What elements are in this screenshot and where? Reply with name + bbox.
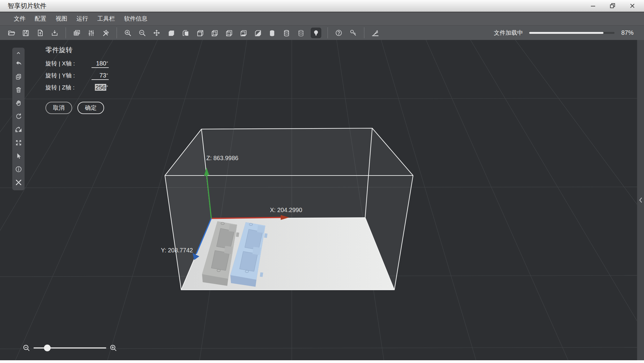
move-icon[interactable] [152,28,161,37]
expand-arrows-icon [15,139,22,147]
duplicate-icon [15,73,22,81]
pan-button[interactable] [12,97,25,110]
menu-view[interactable]: 视图 [51,12,72,25]
adjust-settings-icon[interactable] [87,28,96,37]
undo-icon [15,60,22,67]
viewport: Z: 863.9986 X: 204.2990 Y: 208.7742 [0,40,644,360]
rotate-view-button[interactable] [12,110,25,123]
minimize-button[interactable] [587,1,599,10]
rotate-ccw-icon [15,112,22,120]
duplicate-button[interactable] [12,70,25,83]
rotate-x-input[interactable]: 180° [92,60,109,68]
progress-bar [529,32,615,34]
rotate-x-row: 旋转 | X轴 : 180° [45,60,109,72]
window-title: 智享切片软件 [8,2,46,10]
window-controls [587,1,638,10]
toggle-light-icon[interactable] [311,28,321,38]
view-floor-icon[interactable] [239,28,248,37]
rotate-x-label: 旋转 | X轴 : [45,60,75,68]
titlebar: 智享切片软件 [0,0,644,12]
axis-y-label: Y: 208.7742 [161,247,193,254]
progress-fill [529,32,603,34]
hand-icon [15,99,22,107]
loading-label: 文件加载中 [494,29,523,37]
toolbar-separator [65,28,66,38]
loading-status: 文件加载中 87% [494,29,634,37]
rotation-panel: 零件旋转 旋转 | X轴 : 180° 旋转 | Y轴 : 73° 旋转 | Z… [45,45,109,114]
zoom-in-small-icon[interactable] [109,344,118,352]
undo-button[interactable] [12,57,25,70]
rotate-z-label: 旋转 | Z轴 : [45,84,75,92]
progress-percent: 87% [621,29,634,36]
zoom-in-icon[interactable] [123,28,132,37]
help-icon[interactable] [334,28,343,37]
restore-button[interactable] [607,1,619,10]
fit-view-button[interactable] [12,136,25,149]
info-button[interactable] [12,163,25,176]
cylinder-points-icon[interactable] [296,28,306,37]
open-file-icon[interactable] [7,28,16,37]
sidebar [12,48,25,190]
expand-right-panel-button[interactable] [638,197,643,203]
rotate-z-row: 旋转 | Z轴 : 256° [45,84,109,96]
toolbar-separator [327,28,328,38]
close-button[interactable] [626,1,638,10]
repair-button[interactable] [12,176,25,189]
chevron-up-icon [15,49,22,57]
export-model-icon[interactable] [36,28,45,37]
zoom-out-icon[interactable] [138,28,147,37]
zoom-out-small-icon[interactable] [22,344,31,352]
cylinder-solid-icon[interactable] [267,28,277,37]
license-key-icon[interactable] [349,28,358,37]
view-wireframe-icon[interactable] [195,28,205,37]
collapse-sidebar-button[interactable] [12,49,25,57]
tools-icon[interactable] [101,28,110,37]
view-page-icon[interactable] [181,28,190,37]
rotation-panel-title: 零件旋转 [45,45,109,55]
zoom-slider[interactable] [33,347,106,349]
menu-run[interactable]: 运行 [72,12,93,25]
menu-toolbar[interactable]: 工具栏 [93,12,119,25]
trash-icon [15,86,22,94]
cursor-icon [15,152,22,160]
zoom-control [22,344,118,352]
rotation-panel-buttons: 取消 确定 [45,102,109,114]
zoom-slider-handle[interactable] [44,345,51,351]
view-solid-icon[interactable] [166,28,176,37]
delete-button[interactable] [12,83,25,97]
minimize-icon [590,3,596,9]
toolbar: 文件加载中 87% [0,25,644,40]
annotate-icon[interactable] [371,28,380,37]
save-icon[interactable] [21,28,30,37]
import-model-icon[interactable] [50,28,59,37]
mirror-button[interactable] [12,123,25,136]
rotate-y-label: 旋转 | Y轴 : [45,72,75,80]
close-icon [629,3,635,9]
rotate-z-input[interactable]: 256° [92,84,109,92]
right-panel-strip [637,40,644,360]
toolbar-separator [364,28,365,38]
copy-plate-icon[interactable] [72,28,81,37]
bottom-strip [0,360,644,363]
info-icon [15,165,22,173]
restore-icon [610,3,616,9]
axis-x-label: X: 204.2990 [270,207,302,213]
view-dashed-icon[interactable] [210,28,219,37]
mirror-flip-icon [15,126,22,133]
menu-about[interactable]: 软件信息 [119,12,152,25]
toolbar-separator [116,28,117,38]
menubar: 文件 配置 视图 运行 工具栏 软件信息 [0,12,644,25]
confirm-button[interactable]: 确定 [77,102,104,114]
rotate-y-row: 旋转 | Y轴 : 73° [45,72,109,84]
cylinder-wireframe-icon[interactable] [282,28,291,37]
menu-file[interactable]: 文件 [9,12,30,25]
cancel-button[interactable]: 取消 [45,102,72,114]
view-dashed-alt-icon[interactable] [224,28,233,37]
menu-config[interactable]: 配置 [30,12,51,25]
select-button[interactable] [12,149,25,163]
rotate-y-input[interactable]: 73° [92,72,109,80]
view-half-section-icon[interactable] [253,28,262,37]
crossed-tools-icon [15,179,22,186]
axis-z-label: Z: 863.9986 [206,155,238,161]
